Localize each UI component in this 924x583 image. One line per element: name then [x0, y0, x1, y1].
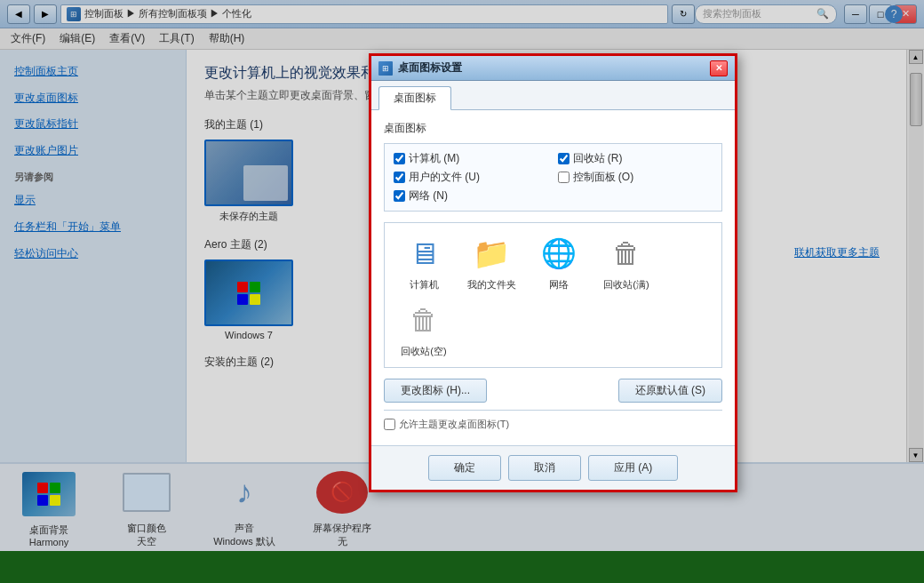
checkbox-label-computer: 计算机 (M) [409, 151, 459, 166]
dialog-divider [384, 410, 722, 411]
checkbox-control-panel[interactable] [558, 172, 570, 183]
checkbox-label-control-panel: 控制面板 (O) [573, 170, 634, 185]
dialog-cancel-button[interactable]: 取消 [508, 455, 581, 481]
checkbox-label-network: 网络 (N) [409, 188, 448, 204]
checkbox-network[interactable] [394, 190, 405, 202]
dialog-overlay: ⊞ 桌面图标设置 ✕ 桌面图标 桌面图标 计算机 (M) 回收站 (R) [0, 0, 924, 583]
checkbox-row-network: 网络 (N) [394, 188, 549, 204]
desktop-icon-settings-dialog: ⊞ 桌面图标设置 ✕ 桌面图标 桌面图标 计算机 (M) 回收站 (R) [369, 53, 737, 492]
allow-theme-checkbox[interactable] [384, 419, 395, 430]
desktop-icons-checkboxes: 计算机 (M) 回收站 (R) 用户的文件 (U) 控制面板 (O) 网络 (N… [384, 143, 722, 212]
icon-label-folder: 我的文件夹 [467, 278, 516, 292]
icon-item-network[interactable]: 🌐 网络 [529, 232, 589, 292]
dialog-section-title: 桌面图标 [384, 121, 722, 136]
icon-label-computer: 计算机 [410, 278, 439, 292]
icon-label-trash-full: 回收站(满) [603, 278, 649, 292]
dialog-close-button[interactable]: ✕ [710, 60, 728, 76]
computer-icon: 🖥 [409, 236, 439, 271]
dialog-title-icon: ⊞ [378, 61, 393, 76]
dialog-title-bar: ⊞ 桌面图标设置 ✕ [371, 56, 735, 81]
icon-item-computer[interactable]: 🖥 计算机 [394, 232, 454, 292]
trash-full-icon: 🗑 [612, 237, 641, 270]
trash-empty-icon: 🗑 [410, 304, 438, 337]
icon-img-computer: 🖥 [402, 232, 445, 275]
dialog-apply-button[interactable]: 应用 (A) [588, 455, 678, 481]
dialog-body: 桌面图标 计算机 (M) 回收站 (R) 用户的文件 (U) 控制面板 (O [371, 110, 735, 445]
checkbox-label-user-files: 用户的文件 (U) [409, 170, 480, 185]
icon-img-trash-empty: 🗑 [402, 299, 445, 341]
checkbox-user-files[interactable] [394, 172, 405, 183]
icon-preview-grid: 🖥 计算机 📁 我的文件夹 🌐 网络 [384, 222, 722, 368]
checkbox-row-user-files: 用户的文件 (U) [394, 170, 549, 185]
dialog-confirm-button[interactable]: 确定 [428, 455, 501, 481]
icon-item-folder[interactable]: 📁 我的文件夹 [461, 232, 522, 292]
checkbox-computer[interactable] [394, 153, 405, 164]
icon-label-trash-empty: 回收站(空) [401, 345, 446, 358]
restore-default-button[interactable]: 还原默认值 (S) [618, 379, 722, 403]
checkbox-row-computer: 计算机 (M) [394, 151, 549, 166]
dialog-title-text: 桌面图标设置 [398, 60, 710, 76]
icon-label-network: 网络 [549, 278, 569, 292]
dialog-action-row: 确定 取消 应用 (A) [371, 445, 735, 490]
icon-item-trash-full[interactable]: 🗑 回收站(满) [596, 232, 657, 292]
network-icon: 🌐 [541, 236, 577, 270]
icon-img-folder: 📁 [470, 232, 513, 275]
checkbox-row-recycle: 回收站 (R) [558, 151, 713, 166]
dialog-tab-desktop[interactable]: 桌面图标 [378, 86, 451, 110]
checkbox-recycle[interactable] [558, 153, 570, 164]
icon-img-trash-full: 🗑 [605, 232, 648, 275]
change-icon-button[interactable]: 更改图标 (H)... [384, 379, 487, 403]
checkbox-row-control-panel: 控制面板 (O) [558, 170, 713, 185]
folder-icon: 📁 [473, 236, 510, 271]
dialog-tab-bar: 桌面图标 [371, 81, 735, 110]
icon-img-network: 🌐 [538, 232, 580, 275]
allow-theme-label: 允许主题更改桌面图标(T) [399, 418, 509, 431]
dialog-button-row: 更改图标 (H)... 还原默认值 (S) [384, 379, 722, 403]
icon-item-trash-empty[interactable]: 🗑 回收站(空) [394, 299, 454, 358]
dialog-footer-check: 允许主题更改桌面图标(T) [384, 418, 722, 431]
checkbox-label-recycle: 回收站 (R) [573, 151, 623, 166]
